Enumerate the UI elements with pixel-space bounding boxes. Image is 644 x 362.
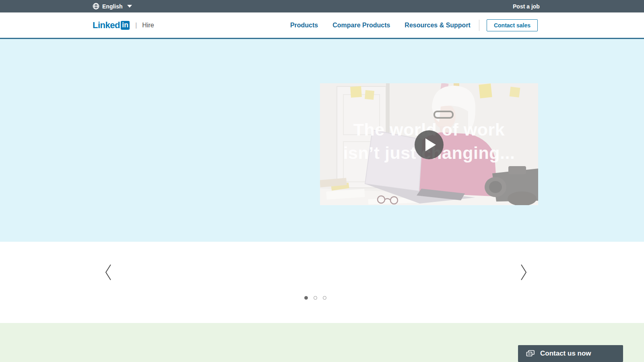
linkedin-in-badge: in [121,21,130,30]
chevron-down-icon [127,5,132,8]
chevron-left-icon [104,263,114,281]
contact-us-widget[interactable]: Contact us now [518,345,623,362]
carousel-dot[interactable] [304,296,308,300]
carousel-next-button[interactable] [518,263,528,281]
linkedin-logo[interactable]: Linked in | Hire [93,12,154,38]
product-name-hire: Hire [142,22,154,29]
nav-divider [479,20,479,31]
hero-section: The world of work isn’t just changing... [0,39,644,242]
play-button[interactable] [415,130,444,159]
contact-sales-button[interactable]: Contact sales [487,19,538,31]
language-label: English [102,3,123,10]
contact-us-label: Contact us now [540,350,591,358]
carousel-dot[interactable] [314,296,317,300]
chat-icon [526,350,535,358]
hero-video-player[interactable]: The world of work isn’t just changing... [320,83,538,205]
globe-icon [93,3,99,10]
nav-links: Products Compare Products Resources & Su… [290,12,538,38]
linkedin-logo-text: Linked [93,20,120,31]
post-a-job-link[interactable]: Post a job [513,0,540,12]
main-navbar: Linked in | Hire Products Compare Produc… [0,12,644,38]
nav-item-compare-products[interactable]: Compare Products [332,22,390,29]
language-selector[interactable]: English [93,0,132,12]
carousel-dot[interactable] [323,296,326,300]
carousel-pagination [304,296,326,300]
testimonial-carousel [0,242,644,323]
carousel-prev-button[interactable] [104,263,114,281]
chevron-right-icon [518,263,528,281]
play-icon [425,138,436,151]
nav-item-products[interactable]: Products [290,22,318,29]
logo-divider: | [135,21,137,29]
nav-item-resources-support[interactable]: Resources & Support [405,22,471,29]
utility-bar: English Post a job [0,0,644,12]
